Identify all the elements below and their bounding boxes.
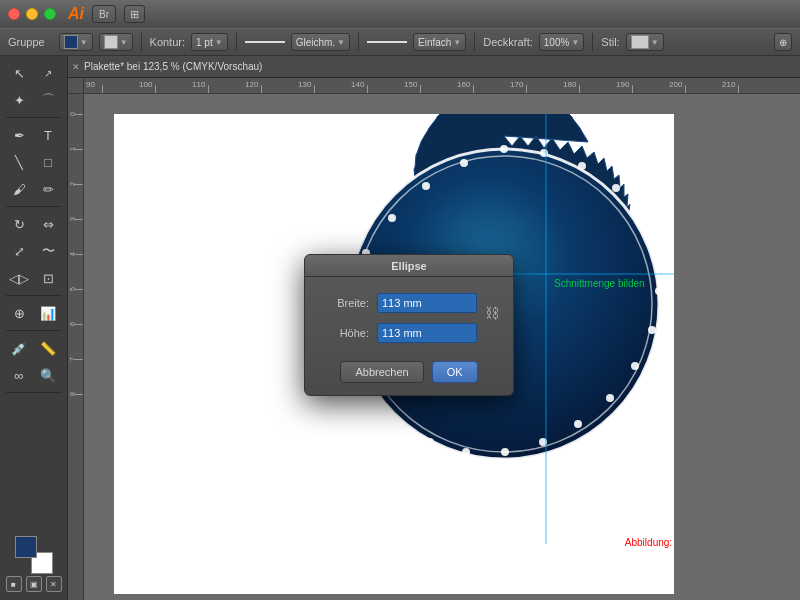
breite-field: Breite: 113 mm [317,293,477,313]
ruler-num-90: 90 [86,80,95,89]
extra-options[interactable]: ⊕ [774,33,792,51]
vertical-ruler: 0 1 2 3 4 5 6 7 [68,94,84,600]
ruler-num-190: 190 [616,80,629,89]
ruler-tick [526,85,527,93]
direct-selection-tool[interactable]: ↗ [34,60,62,86]
canvas-with-rulers: 90 100 110 120 130 140 150 [68,78,800,600]
stroke-end-select[interactable]: Einfach ▼ [413,33,466,51]
hoehe-label: Höhe: [317,327,369,339]
color-boxes[interactable] [15,536,53,574]
blend-tool[interactable]: ∞ [5,362,33,388]
v-ruler-tick [75,324,83,325]
lasso-tool[interactable]: ⌒ [34,87,62,113]
breite-input[interactable]: 113 mm [377,293,477,313]
optionsbar: Gruppe ▼ ▼ Kontur: 1 pt ▼ Gleichm. ▼ Ein… [0,28,800,56]
svg-point-8 [652,249,660,257]
br-button[interactable]: Br [92,5,116,23]
ruler-tick [473,85,474,93]
color-mode-row: ■ ▣ ✕ [6,576,62,592]
color-mode-normal[interactable]: ■ [6,576,22,592]
svg-point-9 [655,287,663,295]
ruler-tick [102,85,103,93]
color-section: ■ ▣ ✕ [0,536,67,596]
foreground-color-box[interactable] [15,536,37,558]
shape-tool[interactable]: □ [34,149,62,175]
v-ruler-num-8: 8 [69,392,76,396]
color-mode-none[interactable]: ✕ [46,576,62,592]
tab-label: Plakette* bei 123,5 % (CMYK/Vorschau) [84,61,262,72]
close-button[interactable] [8,8,20,20]
dialog-body: Breite: 113 mm Höhe: [305,277,513,395]
stroke-type-select[interactable]: Gleichm. ▼ [291,33,350,51]
titlebar: Ai Br ⊞ [0,0,800,28]
color-mode-gradient[interactable]: ▣ [26,576,42,592]
ruler-num-180: 180 [563,80,576,89]
horizontal-ruler: 90 100 110 120 130 140 150 [84,78,800,94]
v-ruler-num-7: 7 [69,357,76,361]
width-tool[interactable]: ◁▷ [5,265,33,291]
ruler-tick [261,85,262,93]
stroke-style-preview [245,41,285,43]
deckkraft-select[interactable]: 100% ▼ [539,33,585,51]
abbildung-label: Abbildung: 26 [625,537,674,548]
rotate-tool[interactable]: ↻ [5,211,33,237]
hoehe-field: Höhe: 113 mm [317,323,477,343]
svg-point-15 [501,448,509,456]
mirror-tool[interactable]: ⇔ [34,211,62,237]
line-tool[interactable]: ╲ [5,149,33,175]
selection-tool[interactable]: ↖ [5,60,33,86]
svg-point-24 [388,214,396,222]
measure-tool[interactable]: 📏 [34,335,62,361]
svg-point-26 [460,159,468,167]
dialog-titlebar: Ellipse [305,255,513,277]
ruler-num-130: 130 [298,80,311,89]
svg-point-17 [426,438,434,446]
ruler-tick [367,85,368,93]
fill-color-select[interactable]: ▼ [59,33,93,51]
pen-tool[interactable]: ✒ [5,122,33,148]
eyedropper-tool[interactable]: 💉 [5,335,33,361]
link-icon[interactable]: ⛓ [483,293,501,333]
svg-point-18 [394,420,402,428]
type-tool[interactable]: T [34,122,62,148]
kontur-label: Kontur: [150,36,185,48]
v-ruler-tick [75,394,83,395]
graph-tool[interactable]: 📊 [34,300,62,326]
view-mode-button[interactable]: ⊞ [124,5,145,23]
divider-3 [358,33,359,51]
gruppe-label: Gruppe [8,36,45,48]
magic-wand-tool[interactable]: ✦ [5,87,33,113]
svg-point-16 [462,448,470,456]
svg-point-4 [540,149,548,157]
divider-1 [141,33,142,51]
v-ruler-tick [75,359,83,360]
v-ruler-tick [75,219,83,220]
v-ruler-num-5: 5 [69,287,76,291]
minimize-button[interactable] [26,8,38,20]
canvas-area: ✕ Plakette* bei 123,5 % (CMYK/Vorschau) … [68,56,800,600]
tab-close-btn[interactable]: ✕ [72,62,80,72]
abbrechen-button[interactable]: Abbrechen [340,361,423,383]
ruler-row: 90 100 110 120 130 140 150 [68,78,800,94]
maximize-button[interactable] [44,8,56,20]
stroke-color-select[interactable]: ▼ [99,33,133,51]
kontur-value-select[interactable]: 1 pt ▼ [191,33,228,51]
pencil-tool[interactable]: ✏ [34,176,62,202]
free-transform-tool[interactable]: ⊡ [34,265,62,291]
stil-select[interactable]: ▼ [626,33,664,51]
deckkraft-label: Deckkraft: [483,36,533,48]
zoom-tool[interactable]: 🔍 [34,362,62,388]
ruler-tick [738,85,739,93]
paintbrush-tool[interactable]: 🖌 [5,176,33,202]
svg-point-7 [638,214,646,222]
scale-tool[interactable]: ⤢ [5,238,33,264]
shape-builder-tool[interactable]: ⊕ [5,300,33,326]
v-ruler-num-1: 1 [69,147,76,151]
hoehe-input[interactable]: 113 mm [377,323,477,343]
warp-tool[interactable]: 〜 [34,238,62,264]
ruler-num-210: 210 [722,80,735,89]
schnittmenge-label: Schnittmenge bilden [554,278,645,289]
ok-button[interactable]: OK [432,361,478,383]
canvas-row: 0 1 2 3 4 5 6 7 [68,94,800,600]
v-ruler-num-4: 4 [69,252,76,256]
